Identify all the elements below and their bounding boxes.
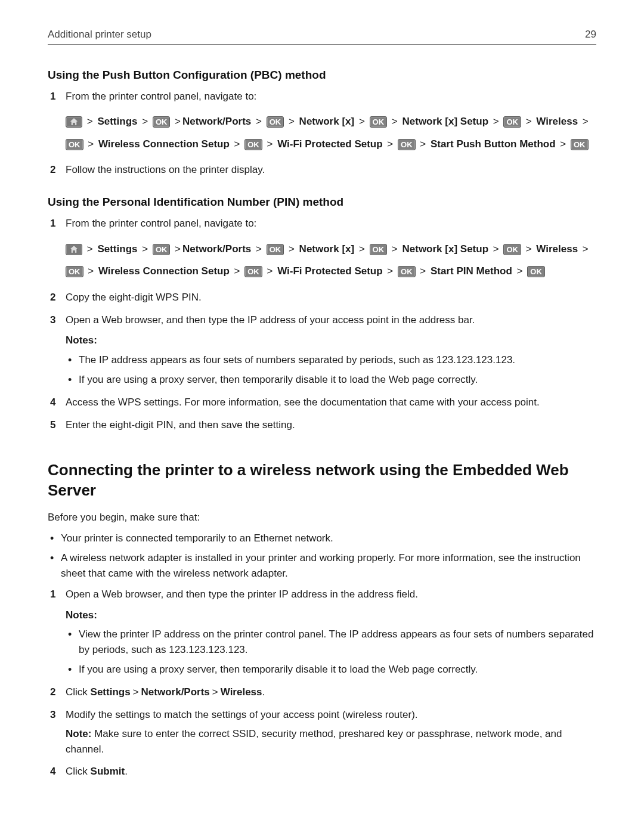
ok-icon: OK bbox=[370, 116, 388, 128]
pin-note-1: The IP address appears as four sets of n… bbox=[66, 352, 596, 368]
ews-pre-list: Your printer is connected temporarily to… bbox=[48, 531, 596, 581]
pin-notes-list: The IP address appears as four sets of n… bbox=[66, 352, 596, 388]
ews-intro: Before you begin, make sure that: bbox=[48, 512, 596, 524]
ok-icon: OK bbox=[153, 116, 171, 128]
ok-icon: OK bbox=[66, 266, 83, 277]
ok-icon: OK bbox=[503, 116, 521, 128]
click-network-ports: Network/Ports bbox=[141, 686, 210, 698]
ok-icon: OK bbox=[503, 244, 521, 255]
pin-steps: From the printer control panel, navigate… bbox=[48, 216, 596, 433]
nav-wps: Wi-Fi Protected Setup bbox=[277, 265, 382, 277]
ews-step2-prefix: Click bbox=[66, 686, 91, 698]
pin-step-1: From the printer control panel, navigate… bbox=[48, 216, 596, 282]
pin-note-2: If you are using a proxy server, then te… bbox=[66, 372, 596, 388]
nav-wps: Wi-Fi Protected Setup bbox=[277, 138, 382, 150]
nav-start-pin: Start PIN Method bbox=[431, 265, 512, 277]
note-label-inline: Note: bbox=[66, 728, 91, 739]
ews-step3-text: Modify the settings to match the setting… bbox=[66, 709, 418, 720]
pin-step-4: Access the WPS settings. For more inform… bbox=[48, 395, 596, 410]
ok-icon: OK bbox=[267, 116, 284, 128]
pbc-step-1: From the printer control panel, navigate… bbox=[48, 89, 596, 155]
ews-step4-suffix: . bbox=[125, 766, 128, 777]
ok-icon: OK bbox=[571, 139, 589, 150]
notes-label: Notes: bbox=[66, 608, 596, 623]
ews-step3-note-text: Make sure to enter the correct SSID, sec… bbox=[66, 728, 562, 755]
nav-wireless: Wireless bbox=[536, 243, 578, 255]
nav-settings: Settings bbox=[97, 116, 137, 127]
ews-step1-text: Open a Web browser, and then type the pr… bbox=[66, 589, 418, 600]
pbc-step1-text: From the printer control panel, navigate… bbox=[66, 91, 256, 102]
ews-heading: Connecting the printer to a wireless net… bbox=[48, 460, 596, 501]
pin-step-3: Open a Web browser, and then type the IP… bbox=[48, 312, 596, 388]
home-icon bbox=[66, 244, 82, 255]
header-title: Additional printer setup bbox=[48, 29, 151, 41]
nav-network-x: Network [x] bbox=[299, 243, 355, 255]
nav-network-x: Network [x] bbox=[299, 116, 355, 127]
pin-nav-path: > Settings > OK >Network/Ports > OK > Ne… bbox=[66, 238, 596, 283]
document-page: Additional printer setup 29 Using the Pu… bbox=[0, 0, 644, 833]
page-number: 29 bbox=[585, 29, 596, 41]
pin-step-2: Copy the eight-digit WPS PIN. bbox=[48, 290, 596, 305]
ews-notes-list: View the printer IP address on the print… bbox=[66, 627, 596, 677]
nav-settings: Settings bbox=[97, 243, 137, 255]
ok-icon: OK bbox=[527, 266, 545, 277]
ews-note-2: If you are using a proxy server, then te… bbox=[66, 662, 596, 677]
nav-network-ports: Network/Ports bbox=[182, 243, 251, 255]
nav-start-push: Start Push Button Method bbox=[431, 138, 556, 150]
page-header: Additional printer setup 29 bbox=[48, 29, 596, 45]
pin-heading: Using the Personal Identification Number… bbox=[48, 196, 596, 209]
pin-step3-text: Open a Web browser, and then type the IP… bbox=[66, 314, 475, 326]
pbc-step-2: Follow the instructions on the printer d… bbox=[48, 162, 596, 178]
ews-step-1: Open a Web browser, and then type the pr… bbox=[48, 587, 596, 677]
notes-label: Notes: bbox=[66, 333, 596, 348]
ews-step3-note: Note: Make sure to enter the correct SSI… bbox=[66, 726, 596, 757]
ews-note-1: View the printer IP address on the print… bbox=[66, 627, 596, 657]
nav-wireless-conn-setup: Wireless Connection Setup bbox=[98, 138, 230, 150]
ok-icon: OK bbox=[267, 244, 284, 255]
ews-pre-1: Your printer is connected temporarily to… bbox=[48, 531, 596, 546]
pbc-nav-path: > Settings > OK >Network/Ports > OK > Ne… bbox=[66, 110, 596, 155]
ews-steps: Open a Web browser, and then type the pr… bbox=[48, 587, 596, 779]
ews-step-2: Click Settings>Network/Ports>Wireless. bbox=[48, 685, 596, 700]
ews-step4-prefix: Click bbox=[66, 766, 91, 777]
nav-network-ports: Network/Ports bbox=[182, 116, 251, 127]
ews-pre-2: A wireless network adapter is installed … bbox=[48, 550, 596, 581]
ok-icon: OK bbox=[244, 266, 262, 277]
pin-step1-text: From the printer control panel, navigate… bbox=[66, 218, 256, 229]
pbc-steps: From the printer control panel, navigate… bbox=[48, 89, 596, 178]
ok-icon: OK bbox=[398, 266, 416, 277]
ok-icon: OK bbox=[153, 244, 171, 255]
home-icon bbox=[66, 116, 82, 128]
ok-icon: OK bbox=[398, 139, 416, 150]
pin-step-5: Enter the eight-digit PIN, and then save… bbox=[48, 417, 596, 433]
nav-network-x-setup: Network [x] Setup bbox=[402, 116, 489, 127]
pbc-heading: Using the Push Button Configuration (PBC… bbox=[48, 69, 596, 82]
ews-step-4: Click Submit. bbox=[48, 764, 596, 779]
nav-wireless: Wireless bbox=[536, 116, 578, 127]
ews-step-3: Modify the settings to match the setting… bbox=[48, 707, 596, 757]
ok-icon: OK bbox=[66, 139, 83, 150]
click-submit: Submit bbox=[91, 766, 125, 777]
nav-network-x-setup: Network [x] Setup bbox=[402, 243, 489, 255]
click-settings: Settings bbox=[91, 686, 131, 698]
ok-icon: OK bbox=[370, 244, 388, 255]
click-wireless: Wireless bbox=[221, 686, 262, 698]
ok-icon: OK bbox=[244, 139, 262, 150]
nav-wireless-conn-setup: Wireless Connection Setup bbox=[98, 265, 230, 277]
